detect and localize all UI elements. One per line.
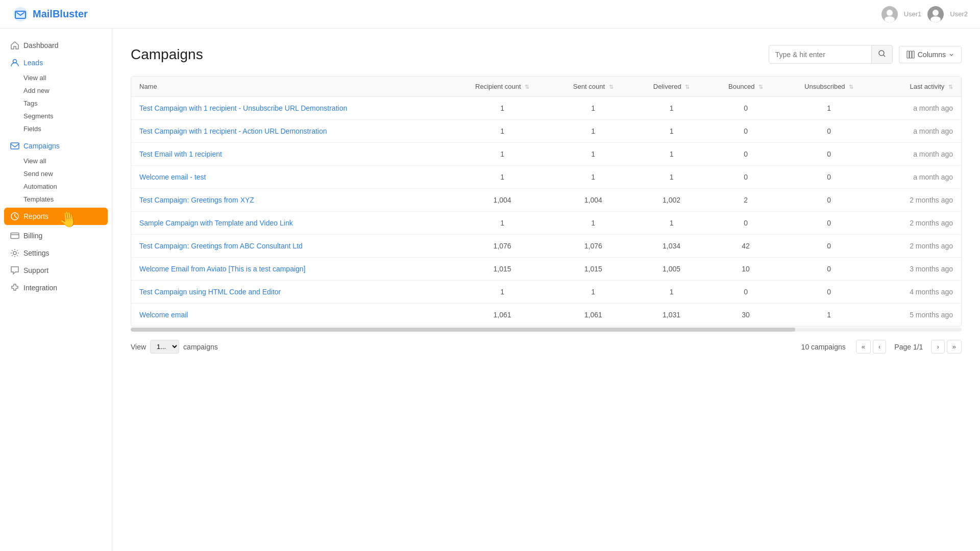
last-page-button[interactable]: » [947, 340, 962, 354]
cell-sent-2: 1 [553, 143, 633, 166]
campaign-link-6[interactable]: Test Campaign: Greetings from ABC Consul… [139, 242, 303, 250]
horizontal-scrollbar[interactable] [131, 328, 962, 332]
header-actions: Columns [769, 45, 962, 64]
first-page-button[interactable]: « [856, 340, 871, 354]
col-name[interactable]: Name [131, 77, 452, 97]
search-icon [878, 49, 886, 58]
campaigns-table: Name Recipient count ⇅ Sent count ⇅ [131, 77, 961, 326]
cell-delivered-9: 1,031 [633, 304, 709, 327]
cell-bounced-7: 10 [709, 258, 782, 281]
cell-delivered-7: 1,005 [633, 258, 709, 281]
cell-bounced-3: 0 [709, 166, 782, 189]
sort-icon-delivered: ⇅ [685, 84, 690, 90]
cell-bounced-5: 0 [709, 212, 782, 235]
campaign-link-9[interactable]: Welcome email [139, 311, 188, 319]
cell-recipient-7: 1,015 [452, 258, 553, 281]
cell-delivered-2: 1 [633, 143, 709, 166]
col-sent-count[interactable]: Sent count ⇅ [553, 77, 633, 97]
columns-button[interactable]: Columns [899, 46, 962, 63]
cell-name-6: Test Campaign: Greetings from ABC Consul… [131, 235, 452, 258]
campaign-link-5[interactable]: Sample Campaign with Template and Video … [139, 219, 293, 227]
chart-icon [10, 212, 19, 221]
cell-recipient-9: 1,061 [452, 304, 553, 327]
sidebar-item-support[interactable]: Support [0, 262, 112, 279]
sidebar-item-billing[interactable]: Billing [0, 227, 112, 244]
sidebar-sub-leads-tags[interactable]: Tags [0, 97, 112, 110]
cell-unsubscribed-3: 0 [782, 166, 876, 189]
campaign-link-8[interactable]: Test Campaign using HTML Code and Editor [139, 288, 281, 296]
svg-rect-14 [907, 51, 909, 58]
sidebar-sub-campaigns-templates[interactable]: Templates [0, 193, 112, 206]
table-row: Welcome email - test 1 1 1 0 0 a month a… [131, 166, 961, 189]
prev-page-button[interactable]: ‹ [873, 340, 886, 354]
table-row: Test Campaign: Greetings from XYZ 1,004 … [131, 189, 961, 212]
sidebar-sub-leads-fields[interactable]: Fields [0, 122, 112, 135]
cell-bounced-9: 30 [709, 304, 782, 327]
col-bounced[interactable]: Bounced ⇅ [709, 77, 782, 97]
col-delivered[interactable]: Delivered ⇅ [633, 77, 709, 97]
cell-activity-9: 5 months ago [876, 304, 961, 327]
cell-activity-5: 2 months ago [876, 212, 961, 235]
main-area: Dashboard Leads View all Add new Tags Se… [0, 29, 980, 551]
total-count: 10 campaigns [801, 343, 846, 351]
leads-section: Leads View all Add new Tags Segments Fie… [0, 54, 112, 135]
cell-name-0: Test Campaign with 1 recipient - Unsubsc… [131, 97, 452, 120]
view-select[interactable]: 1... [150, 340, 179, 354]
sidebar-item-campaigns[interactable]: Campaigns [0, 137, 112, 155]
next-page-button[interactable]: › [931, 340, 944, 354]
pagination-bar: View 1... campaigns 10 campaigns « ‹ Pag… [131, 340, 962, 354]
sidebar-sub-leads-addnew[interactable]: Add new [0, 84, 112, 97]
cell-name-5: Sample Campaign with Template and Video … [131, 212, 452, 235]
sidebar-item-reports[interactable]: Reports [4, 208, 108, 225]
sidebar-sub-campaigns-viewall[interactable]: View all [0, 155, 112, 167]
cell-name-2: Test Email with 1 recipient [131, 143, 452, 166]
sidebar-item-leads[interactable]: Leads [0, 54, 112, 71]
sidebar-sub-campaigns-automation[interactable]: Automation [0, 180, 112, 193]
cell-delivered-4: 1,002 [633, 189, 709, 212]
col-last-activity[interactable]: Last activity ⇅ [876, 77, 961, 97]
sidebar-item-settings[interactable]: Settings [0, 244, 112, 262]
sidebar-sub-leads-segments[interactable]: Segments [0, 110, 112, 122]
svg-point-12 [13, 252, 16, 255]
cell-recipient-5: 1 [452, 212, 553, 235]
sidebar-item-dashboard[interactable]: Dashboard [0, 37, 112, 54]
search-button[interactable] [871, 45, 892, 63]
col-unsubscribed[interactable]: Unsubscribed ⇅ [782, 77, 876, 97]
campaign-link-1[interactable]: Test Campaign with 1 recipient - Action … [139, 127, 327, 135]
campaigns-table-container: Name Recipient count ⇅ Sent count ⇅ [131, 76, 962, 327]
campaign-link-2[interactable]: Test Email with 1 recipient [139, 150, 222, 158]
table-row: Test Email with 1 recipient 1 1 1 0 0 a … [131, 143, 961, 166]
scroll-thumb [131, 328, 795, 332]
col-recipient-count[interactable]: Recipient count ⇅ [452, 77, 553, 97]
search-input[interactable] [769, 46, 871, 63]
cell-name-7: Welcome Email from Aviato [This is a tes… [131, 258, 452, 281]
campaign-link-3[interactable]: Welcome email - test [139, 173, 206, 181]
cell-activity-4: 2 months ago [876, 189, 961, 212]
cell-sent-0: 1 [553, 97, 633, 120]
avatar-1[interactable] [881, 6, 898, 22]
sidebar-sub-campaigns-sendnew[interactable]: Send new [0, 167, 112, 180]
top-bar: MailBluster User1 User2 [0, 0, 980, 29]
campaign-link-0[interactable]: Test Campaign with 1 recipient - Unsubsc… [139, 104, 347, 112]
page-title: Campaigns [131, 46, 203, 63]
campaign-link-7[interactable]: Welcome Email from Aviato [This is a tes… [139, 265, 306, 273]
cell-unsubscribed-1: 0 [782, 120, 876, 143]
sidebar-item-integration[interactable]: Integration [0, 279, 112, 296]
credit-card-icon [10, 231, 19, 240]
cell-activity-0: a month ago [876, 97, 961, 120]
sidebar-sub-leads-viewall[interactable]: View all [0, 71, 112, 84]
cell-sent-1: 1 [553, 120, 633, 143]
cell-unsubscribed-8: 0 [782, 281, 876, 304]
cell-recipient-8: 1 [452, 281, 553, 304]
cell-activity-2: a month ago [876, 143, 961, 166]
campaign-link-4[interactable]: Test Campaign: Greetings from XYZ [139, 196, 254, 204]
svg-point-7 [930, 16, 941, 22]
cell-unsubscribed-6: 0 [782, 235, 876, 258]
columns-icon [906, 51, 915, 59]
cell-unsubscribed-2: 0 [782, 143, 876, 166]
avatar-2[interactable] [927, 6, 944, 22]
cell-recipient-0: 1 [452, 97, 553, 120]
cell-delivered-0: 1 [633, 97, 709, 120]
cell-delivered-1: 1 [633, 120, 709, 143]
sort-icon-recipient: ⇅ [525, 84, 529, 90]
